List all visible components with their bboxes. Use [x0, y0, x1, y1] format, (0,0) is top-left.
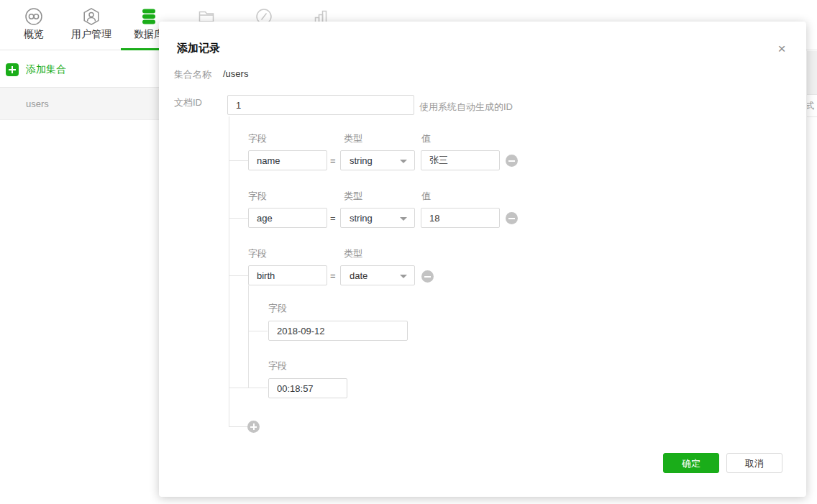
field-header: 字段 — [268, 359, 287, 372]
birth-date-input[interactable] — [268, 321, 408, 341]
doc-id-hint: 使用系统自动生成的ID — [419, 101, 513, 114]
chevron-down-icon — [400, 160, 407, 163]
chevron-down-icon — [400, 275, 407, 278]
collection-name-value: /users — [223, 68, 248, 79]
tab-overview-label: 概览 — [5, 27, 63, 40]
collections-sidebar: 添加集合 users — [0, 51, 159, 504]
tree-line-vertical-main — [229, 116, 229, 426]
remove-field-age-icon[interactable] — [506, 212, 518, 224]
confirm-button[interactable]: 确定 — [663, 453, 719, 473]
background-toolbar-fragment — [807, 51, 817, 95]
field-birth-input[interactable] — [248, 265, 327, 285]
equals-sign: = — [330, 155, 336, 166]
user-hexagon-icon — [82, 7, 101, 26]
tree-line-h-plus — [229, 426, 248, 427]
type-select-name[interactable]: string — [340, 150, 415, 170]
database-icon — [140, 7, 158, 26]
background-page-strip: 式 — [807, 51, 817, 504]
screen: 概览 用户管理 数据库 — [0, 0, 817, 504]
type-header: 类型 — [344, 190, 362, 203]
tree-line-vertical-nested — [248, 285, 249, 388]
value-header: 值 — [421, 132, 431, 145]
value-age-input[interactable] — [421, 208, 500, 228]
type-header: 类型 — [344, 247, 362, 260]
birth-time-input[interactable] — [268, 378, 347, 398]
remove-field-name-icon[interactable] — [506, 155, 518, 167]
equals-sign: = — [330, 213, 336, 224]
tab-user-management[interactable]: 用户管理 — [63, 0, 120, 50]
tree-line-h-age — [229, 218, 248, 219]
modal-title: 添加记录 — [177, 42, 220, 55]
add-record-modal: 添加记录 × 集合名称 /users 文档ID 使用系统自动生成的ID 字段 类… — [159, 22, 806, 497]
value-header: 值 — [421, 190, 431, 203]
chevron-down-icon — [400, 217, 407, 221]
add-collection-button[interactable]: 添加集合 — [0, 51, 159, 88]
field-age-input[interactable] — [248, 208, 327, 228]
cancel-button[interactable]: 取消 — [726, 453, 782, 473]
field-name-input[interactable] — [248, 150, 327, 170]
field-header: 字段 — [248, 247, 267, 260]
add-field-icon[interactable] — [247, 421, 260, 433]
equals-sign: = — [330, 270, 336, 281]
background-clipped-text: 式 — [807, 95, 817, 117]
type-select-value: date — [350, 270, 368, 281]
field-header: 字段 — [248, 132, 267, 145]
collection-name-label: 集合名称 — [174, 68, 211, 81]
remove-field-birth-icon[interactable] — [421, 270, 434, 283]
tab-overview[interactable]: 概览 — [5, 0, 63, 50]
tree-line-h-nested1 — [248, 331, 268, 331]
tree-line-h-name — [229, 160, 248, 161]
collection-name: users — [26, 98, 49, 109]
type-select-value: string — [350, 213, 373, 224]
add-collection-label: 添加集合 — [26, 63, 66, 76]
sidebar-item-users[interactable]: users — [0, 88, 159, 120]
type-select-age[interactable]: string — [340, 208, 415, 228]
type-select-value: string — [350, 155, 373, 166]
tree-line-h-nested2 — [229, 388, 268, 388]
value-name-input[interactable] — [421, 150, 500, 170]
doc-id-input[interactable] — [227, 95, 414, 115]
tree-line-h-birth — [229, 275, 248, 276]
doc-id-label: 文档ID — [174, 96, 202, 109]
field-header: 字段 — [248, 190, 267, 203]
infinity-icon — [24, 7, 43, 26]
close-icon[interactable]: × — [773, 40, 790, 58]
field-header: 字段 — [268, 302, 287, 315]
type-header: 类型 — [344, 132, 362, 145]
type-select-birth[interactable]: date — [340, 265, 415, 285]
plus-square-icon — [6, 63, 19, 76]
tab-user-management-label: 用户管理 — [63, 27, 120, 40]
